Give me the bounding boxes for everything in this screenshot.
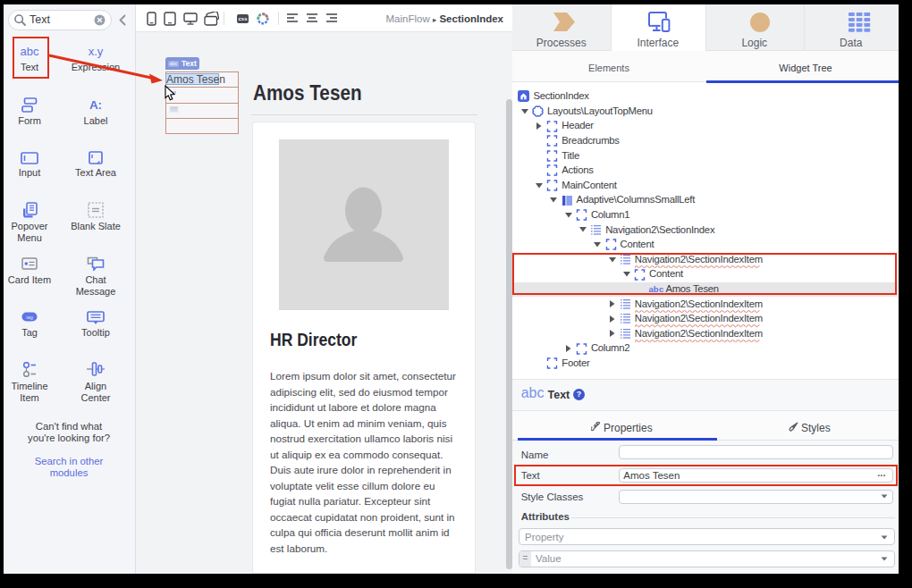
svg-text:tag: tag — [26, 315, 33, 320]
